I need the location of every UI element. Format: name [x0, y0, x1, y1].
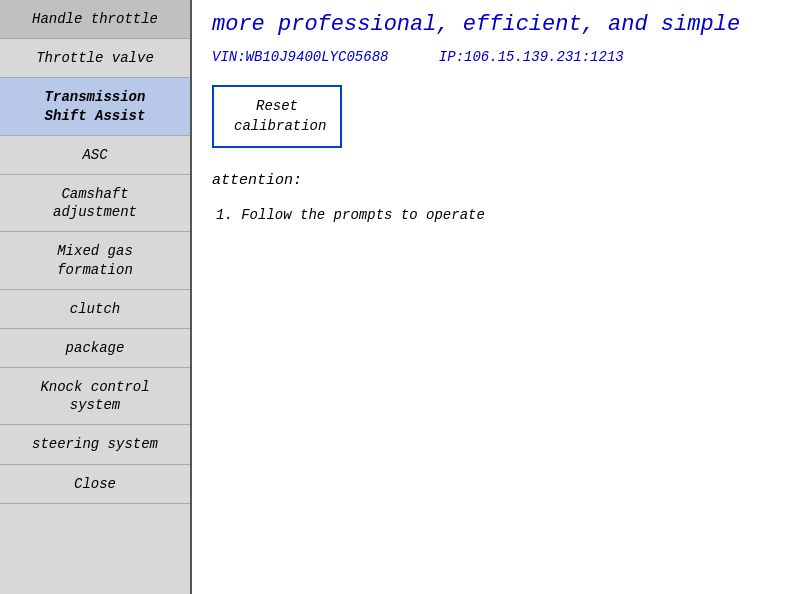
sidebar-item-label: Knock controlsystem — [40, 379, 149, 413]
sidebar-item-package[interactable]: package — [0, 329, 190, 368]
sidebar-item-steering-system[interactable]: steering system — [0, 425, 190, 464]
sidebar-item-asc[interactable]: ASC — [0, 136, 190, 175]
attention-item-1: 1. Follow the prompts to operate — [216, 207, 780, 223]
attention-label: attention: — [212, 172, 780, 189]
sidebar-item-throttle-valve[interactable]: Throttle valve — [0, 39, 190, 78]
sidebar-item-label: Handle throttle — [32, 11, 158, 27]
sidebar-item-label: package — [66, 340, 125, 356]
reset-btn-line1: Reset — [256, 98, 298, 114]
sidebar-item-camshaft-adjustment[interactable]: Camshaftadjustment — [0, 175, 190, 232]
sidebar-item-label: Mixed gasformation — [57, 243, 133, 277]
sidebar-item-label: Camshaftadjustment — [53, 186, 137, 220]
header-title: more professional, efficient, and simple — [212, 12, 780, 37]
reset-calibration-button[interactable]: Reset calibration — [212, 85, 342, 148]
sidebar-item-label: clutch — [70, 301, 120, 317]
sidebar-item-mixed-gas-formation[interactable]: Mixed gasformation — [0, 232, 190, 289]
sidebar-item-label: steering system — [32, 436, 158, 452]
sidebar-item-label: Close — [74, 476, 116, 492]
sidebar-item-label: Throttle valve — [36, 50, 154, 66]
sidebar-item-label: TransmissionShift Assist — [45, 89, 146, 123]
ip-label: IP:106.15.139.231:1213 — [439, 49, 624, 65]
sidebar-item-handle-throttle[interactable]: Handle throttle — [0, 0, 190, 39]
reset-btn-line2: calibration — [234, 118, 326, 134]
sidebar-item-clutch[interactable]: clutch — [0, 290, 190, 329]
sidebar-item-close[interactable]: Close — [0, 465, 190, 504]
sidebar-item-knock-control-system[interactable]: Knock controlsystem — [0, 368, 190, 425]
header-info: VIN:WB10J9400LYC05688 IP:106.15.139.231:… — [212, 49, 780, 65]
sidebar-item-label: ASC — [82, 147, 107, 163]
main-content: more professional, efficient, and simple… — [192, 0, 800, 594]
sidebar: Handle throttle Throttle valve Transmiss… — [0, 0, 192, 594]
sidebar-item-transmission-shift-assist[interactable]: TransmissionShift Assist — [0, 78, 190, 135]
vin-label: VIN:WB10J9400LYC05688 — [212, 49, 388, 65]
